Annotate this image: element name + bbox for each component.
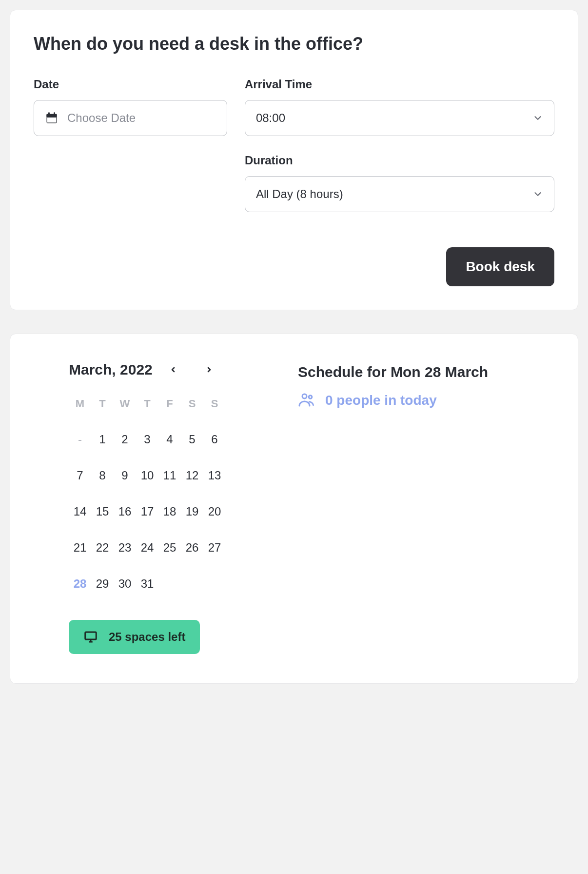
calendar-dow: M [69,397,91,410]
svg-point-8 [302,394,307,398]
calendar-day[interactable]: 11 [158,469,181,482]
spaces-left-badge: 25 spaces left [69,620,200,654]
calendar-day[interactable]: 23 [114,541,136,555]
calendar-day[interactable]: 20 [203,505,226,518]
calendar-day[interactable]: 21 [69,541,91,555]
duration-label: Duration [245,154,554,167]
arrival-field: Arrival Time 08:00 [245,78,554,136]
arrival-select[interactable]: 08:00 [245,100,554,136]
chevron-down-icon [532,189,543,199]
booking-title: When do you need a desk in the office? [34,34,554,54]
duration-field: Duration All Day (8 hours) [245,154,554,212]
calendar-day[interactable]: 27 [203,541,226,555]
calendar-day[interactable]: 28 [69,577,91,591]
calendar-column: March, 2022 MTWTFSS-12345678910111213141… [35,361,269,654]
calendar-dow: S [181,397,203,410]
calendar-day[interactable]: 31 [136,577,158,591]
calendar-day[interactable]: 14 [69,505,91,518]
desktop-icon [83,630,98,644]
calendar-day[interactable]: 3 [136,433,158,446]
calendar-day[interactable]: 8 [91,469,114,482]
calendar-day[interactable]: 26 [181,541,203,555]
calendar-dow: F [158,397,181,410]
spaces-left-text: 25 spaces left [109,630,185,644]
calendar-day[interactable]: 4 [158,433,181,446]
users-icon [298,393,315,407]
calendar-day: - [69,433,91,446]
duration-value: All Day (8 hours) [256,187,343,201]
calendar-day[interactable]: 19 [181,505,203,518]
chevron-down-icon [532,113,543,123]
date-field: Date Choose Date [34,78,227,136]
schedule-column: Schedule for Mon 28 March 0 people in to… [298,361,553,654]
form-row-2: Duration All Day (8 hours) [34,154,554,212]
calendar-day[interactable]: 29 [91,577,114,591]
prev-month-button[interactable] [166,363,180,377]
calendar-dow: W [114,397,136,410]
calendar-icon [45,111,59,125]
calendar-dow: S [203,397,226,410]
spacer-field [34,154,227,212]
svg-rect-3 [54,112,55,115]
calendar-day[interactable]: 5 [181,433,203,446]
calendar-dow: T [136,397,158,410]
calendar-day[interactable]: 22 [91,541,114,555]
form-row-1: Date Choose Date Arrival Time 08:00 [34,78,554,136]
calendar-day[interactable]: 6 [203,433,226,446]
actions-row: Book desk [34,247,554,286]
calendar-day[interactable]: 24 [136,541,158,555]
calendar-dow: T [91,397,114,410]
arrival-value: 08:00 [256,111,285,125]
calendar-day[interactable]: 25 [158,541,181,555]
next-month-button[interactable] [202,363,216,377]
date-input[interactable]: Choose Date [34,100,227,136]
date-placeholder-text: Choose Date [67,111,136,125]
calendar-header: March, 2022 [69,361,269,378]
svg-rect-2 [48,112,50,115]
arrival-label: Arrival Time [245,78,554,91]
date-label: Date [34,78,227,91]
svg-rect-5 [85,632,97,639]
calendar-day[interactable]: 16 [114,505,136,518]
book-desk-button[interactable]: Book desk [446,247,554,286]
calendar-grid: MTWTFSS-12345678910111213141516171819202… [69,397,269,591]
svg-rect-1 [47,114,57,117]
calendar-day[interactable]: 7 [69,469,91,482]
calendar-day[interactable]: 12 [181,469,203,482]
svg-rect-4 [47,118,57,123]
svg-point-9 [309,395,312,398]
calendar-day[interactable]: 13 [203,469,226,482]
calendar-schedule-card: March, 2022 MTWTFSS-12345678910111213141… [10,334,578,684]
calendar-day [203,577,226,591]
calendar-title: March, 2022 [69,361,153,378]
booking-card: When do you need a desk in the office? D… [10,10,578,310]
calendar-day [181,577,203,591]
calendar-day[interactable]: 1 [91,433,114,446]
calendar-day[interactable]: 17 [136,505,158,518]
people-in-today-text: 0 people in today [325,391,437,410]
calendar-day[interactable]: 30 [114,577,136,591]
calendar-day[interactable]: 10 [136,469,158,482]
schedule-title: Schedule for Mon 28 March [298,361,553,383]
calendar-day [158,577,181,591]
calendar-day[interactable]: 15 [91,505,114,518]
calendar-day[interactable]: 18 [158,505,181,518]
duration-select[interactable]: All Day (8 hours) [245,176,554,212]
calendar-day[interactable]: 2 [114,433,136,446]
people-in-today: 0 people in today [298,391,553,410]
calendar-day[interactable]: 9 [114,469,136,482]
